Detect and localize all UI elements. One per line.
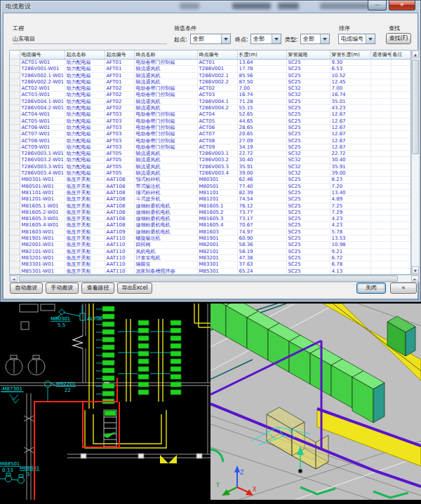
table-row[interactable]: M81605.1-W01低压开关柜AAT108微细粉磨机电机M81605.176… [10, 203, 410, 209]
column-header[interactable]: 起点编号 [105, 50, 134, 60]
row-selector[interactable] [10, 268, 20, 274]
view-path-button[interactable]: 查看路径 [81, 282, 114, 294]
chevron-down-icon[interactable] [320, 34, 329, 43]
table-row[interactable]: T286V004.1-W01动力配电箱AFT02轴流通风机T286V004.17… [10, 98, 410, 104]
dialog-titlebar[interactable]: 电缆敷设 — ✕ [1, 1, 420, 13]
scroll-down-icon[interactable]: ▼ [412, 266, 419, 274]
column-header[interactable]: 起点名称 [65, 50, 105, 60]
table-row[interactable]: T286V002.2-W01动力配电箱AFT01轴流通风机T286V002.28… [10, 79, 410, 85]
table-row[interactable]: ACT01-W01动力配电箱AFT01电动卷帘门控制箱ACT0113.64SC2… [10, 60, 410, 66]
row-selector[interactable] [10, 124, 20, 130]
row-selector[interactable] [10, 216, 20, 222]
end-filter-dropdown[interactable]: 全部 [250, 34, 281, 44]
column-header[interactable]: 终点编号 [197, 50, 237, 60]
row-selector[interactable] [10, 105, 20, 111]
table-row[interactable]: ACT08-W01动力配电箱AFT03电动卷帘门控制箱ACT0827.09SC2… [10, 137, 410, 144]
chevron-down-icon[interactable] [221, 34, 230, 43]
row-selector[interactable] [10, 248, 20, 254]
column-header[interactable]: 长度(m) [237, 50, 286, 60]
row-selector[interactable] [10, 196, 20, 203]
row-selector[interactable] [10, 170, 20, 177]
row-selector[interactable] [10, 111, 20, 118]
close-button[interactable]: 关闭 [356, 282, 386, 294]
row-selector[interactable] [10, 236, 20, 242]
scroll-up-icon[interactable]: ▲ [412, 50, 419, 58]
table-row[interactable]: T286V001-W01动力配电箱AFT01轴流通风机T286V00117.78… [10, 66, 410, 72]
row-selector[interactable] [10, 118, 20, 124]
table-row[interactable]: M81101-W01低压开关柜AAT108锤式粉碎机M8110182.39SC2… [10, 189, 410, 196]
horizontal-scroll-thumb[interactable] [19, 275, 398, 282]
table-row[interactable]: T286V003.3-W01动力配电箱AFT05轴流通风机T286V003.33… [10, 163, 410, 170]
table-row[interactable]: T286V003.1-W01动力配电箱AFT05轴流通风机T286V003.12… [10, 151, 410, 157]
table-row[interactable]: T286V003.4-W01动力配电箱AFT05轴流通风机T286V003.43… [10, 170, 410, 177]
row-selector[interactable] [10, 151, 20, 157]
row-selector[interactable] [10, 261, 20, 268]
horizontal-scrollbar[interactable]: ◄ ► [9, 275, 420, 282]
row-selector[interactable] [10, 163, 20, 170]
scroll-left-icon[interactable]: ◄ [10, 275, 18, 282]
vertical-scroll-thumb[interactable] [412, 60, 419, 154]
table-row[interactable]: M85301-W01低压开关柜AAT110泥浆制备槽搅拌器M8530165.24… [10, 268, 410, 274]
table-row[interactable]: M81901-W01低压开关柜AAT110螺旋输送机M8190160.90SC2… [10, 236, 410, 242]
row-selector[interactable] [10, 92, 20, 98]
manual-lay-button[interactable]: 手动敷设 [46, 282, 79, 294]
cad-2d-plan-view[interactable]: M90301 5.5 AL706 M92201 22 -M87301 M8850… [0, 304, 210, 500]
table-row[interactable]: ACT09-W01动力配电箱AFT03电动卷帘门控制箱ACT0934.19SC2… [10, 144, 410, 150]
table-row[interactable]: M82001-W01低压开关柜AAT110回转阀M8200158.36SC251… [10, 242, 410, 248]
column-header[interactable]: 通道编号 [370, 50, 391, 60]
table-row[interactable]: ACT04-W01动力配电箱AFT03电动卷帘门控制箱ACT0452.65SC2… [10, 111, 410, 118]
table-row[interactable]: ACT07-W01动力配电箱AFT03电动卷帘门控制箱ACT0720.65SC2… [10, 131, 410, 137]
table-row[interactable]: M81603-W01低压开关柜AAT109微细粉磨机电机M8160374.97S… [10, 229, 410, 235]
chevron-down-icon[interactable] [272, 34, 281, 43]
table-row[interactable]: ACT03-W01动力配电箱AFT02电动卷帘门控制箱ACT0316.74SC3… [10, 92, 410, 98]
row-selector[interactable] [10, 254, 20, 261]
row-selector[interactable] [10, 242, 20, 248]
row-selector[interactable] [10, 157, 20, 163]
row-selector[interactable] [10, 144, 20, 150]
row-selector[interactable] [10, 66, 20, 72]
table-row[interactable]: M82101-W01低压开关柜AAT110风机电机M8210158.19SC25… [10, 248, 410, 254]
start-filter-dropdown[interactable]: 全部 [190, 34, 231, 44]
row-selector[interactable] [10, 60, 20, 66]
column-header[interactable]: 终点名称 [134, 50, 197, 60]
select-all-corner[interactable] [10, 50, 20, 60]
table-row[interactable]: ACT06-W01动力配电箱AFT03电动卷帘门控制箱ACT0628.65SC2… [10, 124, 410, 130]
row-selector[interactable] [10, 86, 20, 92]
type-filter-dropdown[interactable]: 全部 [300, 34, 330, 44]
table-row[interactable]: M81201-W01低压开关柜AAT108斗式提升机M8120174.54SC2… [10, 196, 410, 203]
table-row[interactable]: M81605.4-W01低压开关柜AAT108微细粉磨机电机M81605.470… [10, 222, 410, 229]
table-row[interactable]: M83201-W01低压开关柜AAT110计量泵电机M8320147.38SC2… [10, 254, 410, 261]
row-selector[interactable] [10, 131, 20, 137]
column-header[interactable]: 电缆编号 [20, 50, 65, 60]
close-icon[interactable]: ✕ [389, 1, 415, 11]
table-row[interactable]: ACT05-W01动力配电箱AFT03电动卷帘门控制箱ACT0544.65SC2… [10, 118, 410, 124]
export-excel-button[interactable]: 导出Excel [117, 282, 152, 294]
cad-3d-view[interactable]: Z X Y [210, 304, 421, 500]
table-row[interactable]: T286V004.2-W01动力配电箱AFT02轴流通风机T286V004.25… [10, 105, 410, 111]
column-header[interactable]: 穿管规格 [286, 50, 330, 60]
row-selector[interactable] [10, 177, 20, 183]
row-selector[interactable] [10, 183, 20, 189]
minimize-button[interactable]: — [368, 1, 387, 11]
row-selector[interactable] [10, 209, 20, 215]
table-row[interactable]: M83301-W01低压开关柜AAT110隔膜泵M8330137.63SC256… [10, 261, 410, 268]
row-selector[interactable] [10, 222, 20, 229]
row-selector[interactable] [10, 72, 20, 79]
table-row[interactable]: M81605.2-W01低压开关柜AAT108微细粉磨机电机M81605.273… [10, 209, 410, 215]
row-selector[interactable] [10, 137, 20, 144]
row-selector[interactable] [10, 79, 20, 85]
chevron-down-icon[interactable] [366, 34, 375, 43]
row-selector[interactable] [10, 189, 20, 196]
auto-lay-button[interactable]: 自动敷设 [10, 282, 43, 294]
table-row[interactable]: M80301-W01低压开关柜AAT108颚式粉碎机M8030162.46SC2… [10, 177, 410, 183]
sort-dropdown[interactable]: 电缆编号 [338, 34, 375, 44]
table-row[interactable]: M80501-W01低压开关柜AAT108带式输送机M8050177.40SC2… [10, 183, 410, 189]
row-selector[interactable] [10, 203, 20, 209]
table-row[interactable]: M81605.3-W01低压开关柜AAT108微细粉磨机电机M81605.373… [10, 216, 410, 222]
table-row[interactable]: T286V002.1-W01动力配电箱AFT01轴流通风机T286V002.18… [10, 72, 410, 79]
table-row[interactable]: ACT02-W01动力配电箱AFT02电动卷帘门控制箱ACT027.00SC32… [10, 86, 410, 92]
vertical-scrollbar[interactable]: ▲ ▼ [411, 50, 420, 275]
row-selector[interactable] [10, 98, 20, 104]
column-header[interactable]: 穿管长度(m) [330, 50, 370, 60]
column-header[interactable]: 备注 [391, 50, 410, 60]
